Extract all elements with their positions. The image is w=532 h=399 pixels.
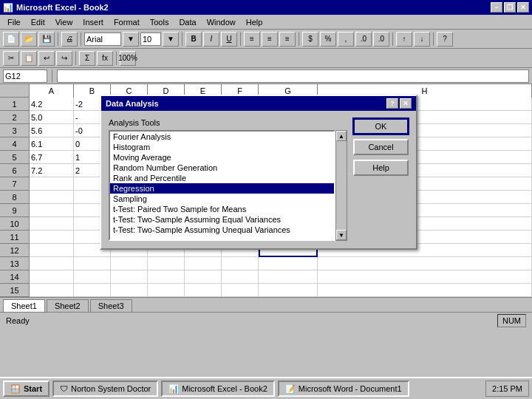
menu-help[interactable]: Help <box>242 16 267 28</box>
grid-cell[interactable] <box>111 257 148 270</box>
list-item[interactable]: t-Test: Paired Two Sample for Means <box>110 204 334 214</box>
function-wizard-button[interactable]: fx <box>97 51 113 66</box>
grid-cell[interactable] <box>318 257 532 270</box>
list-item[interactable]: Regression <box>110 183 334 194</box>
menu-file[interactable]: File <box>3 16 25 28</box>
sort-asc-button[interactable]: ↑ <box>396 32 412 47</box>
comma-button[interactable]: , <box>338 32 354 47</box>
grid-cell[interactable] <box>318 270 532 284</box>
row-header[interactable]: 7 <box>0 177 30 191</box>
row-header[interactable]: 13 <box>0 257 30 270</box>
sort-desc-button[interactable]: ↓ <box>414 32 430 47</box>
undo-button[interactable]: ↩ <box>38 51 55 66</box>
save-button[interactable]: 💾 <box>38 32 55 47</box>
grid-cell[interactable] <box>30 231 74 244</box>
grid-cell[interactable] <box>185 270 222 284</box>
scroll-up-button[interactable]: ▲ <box>336 131 347 141</box>
list-item[interactable]: Sampling <box>110 194 334 204</box>
list-item[interactable]: Rank and Percentile <box>110 173 334 183</box>
grid-cell[interactable] <box>148 284 185 297</box>
listbox-scrollbar[interactable]: ▲ ▼ <box>335 130 347 241</box>
scroll-down-button[interactable]: ▼ <box>336 230 347 240</box>
grid-cell[interactable]: 5.0 <box>30 111 74 124</box>
grid-cell[interactable] <box>30 204 74 217</box>
grid-cell[interactable] <box>222 284 259 297</box>
cancel-button[interactable]: Cancel <box>353 139 409 155</box>
menu-tools[interactable]: Tools <box>146 16 174 28</box>
paste-special-button[interactable]: ✂ <box>3 51 19 66</box>
row-header[interactable]: 2 <box>0 111 30 124</box>
sum-button[interactable]: Σ <box>79 51 95 66</box>
grid-cell[interactable]: 4.2 <box>30 98 74 111</box>
list-item[interactable]: Histogram <box>110 142 334 152</box>
size-dropdown[interactable]: ▼ <box>163 32 179 47</box>
grid-cell[interactable]: 5.6 <box>30 124 74 137</box>
row-header[interactable]: 6 <box>0 164 30 177</box>
grid-cell[interactable] <box>185 257 222 270</box>
grid-cell[interactable] <box>74 257 111 270</box>
dialog-close-button[interactable]: ✕ <box>400 98 412 109</box>
grid-cell[interactable] <box>222 270 259 284</box>
grid-cell[interactable] <box>185 284 222 297</box>
grid-cell[interactable] <box>111 270 148 284</box>
grid-cell[interactable]: 6.7 <box>30 151 74 164</box>
font-selector[interactable]: Arial <box>84 33 121 46</box>
grid-cell[interactable] <box>30 284 74 297</box>
open-button[interactable]: 📂 <box>21 32 37 47</box>
list-item[interactable]: t-Test: Two-Sample Assuming Unequal Vari… <box>110 225 334 235</box>
sheet-tab-sheet1[interactable]: Sheet1 <box>3 299 45 312</box>
zoom-dropdown[interactable]: 100% <box>120 51 136 66</box>
percent-button[interactable]: % <box>320 32 336 47</box>
ok-button[interactable]: OK <box>353 118 409 134</box>
menu-window[interactable]: Window <box>202 16 240 28</box>
grid-cell[interactable] <box>30 257 74 270</box>
print-button[interactable]: 🖨 <box>61 32 78 47</box>
menu-insert[interactable]: Insert <box>78 16 108 28</box>
cell-reference[interactable]: G12 <box>3 69 47 83</box>
col-header-A[interactable]: A <box>30 84 74 98</box>
grid-cell[interactable] <box>259 284 318 297</box>
row-header[interactable]: 8 <box>0 191 30 204</box>
align-right-button[interactable]: ≡ <box>279 32 296 47</box>
grid-cell[interactable] <box>148 270 185 284</box>
align-center-button[interactable]: ≡ <box>262 32 278 47</box>
row-header[interactable]: 10 <box>0 217 30 231</box>
font-dropdown[interactable]: ▼ <box>123 32 139 47</box>
underline-button[interactable]: U <box>221 32 237 47</box>
analysis-listbox[interactable]: Fourier AnalysisHistogramMoving AverageR… <box>109 130 335 241</box>
grid-cell[interactable] <box>30 244 74 257</box>
grid-cell[interactable]: 7.2 <box>30 164 74 177</box>
help-button[interactable]: ? <box>437 32 453 47</box>
menu-format[interactable]: Format <box>109 16 144 28</box>
dialog-help-icon[interactable]: ? <box>386 98 398 109</box>
size-selector[interactable]: 10 <box>140 33 161 46</box>
taskbar-word[interactable]: 📝 Microsoft Word - Document1 <box>278 381 409 397</box>
list-item[interactable]: Fourier Analysis <box>110 132 334 142</box>
menu-data[interactable]: Data <box>174 16 200 28</box>
menu-view[interactable]: View <box>51 16 78 28</box>
row-header[interactable]: 12 <box>0 244 30 257</box>
taskbar-excel[interactable]: 📊 Microsoft Excel - Book2 <box>161 381 275 397</box>
list-item[interactable]: Moving Average <box>110 152 334 163</box>
currency-button[interactable]: $ <box>302 32 318 47</box>
grid-cell[interactable] <box>111 284 148 297</box>
copy-button[interactable]: 📋 <box>21 51 37 66</box>
grid-cell[interactable] <box>30 217 74 231</box>
grid-cell[interactable] <box>148 257 185 270</box>
minimize-button[interactable]: − <box>491 2 502 13</box>
bold-button[interactable]: B <box>185 32 202 47</box>
menu-edit[interactable]: Edit <box>27 16 50 28</box>
align-left-button[interactable]: ≡ <box>244 32 260 47</box>
row-header[interactable]: 5 <box>0 151 30 164</box>
grid-cell[interactable] <box>259 270 318 284</box>
row-header[interactable]: 1 <box>0 98 30 111</box>
formula-input[interactable] <box>57 69 529 83</box>
row-header[interactable]: 14 <box>0 270 30 284</box>
grid-cell[interactable] <box>222 257 259 270</box>
row-header[interactable]: 4 <box>0 137 30 151</box>
restore-button[interactable]: ❐ <box>504 2 516 13</box>
grid-cell[interactable] <box>74 284 111 297</box>
increase-decimal-button[interactable]: .0 <box>355 32 372 47</box>
grid-cell[interactable] <box>30 191 74 204</box>
grid-cell[interactable] <box>30 270 74 284</box>
